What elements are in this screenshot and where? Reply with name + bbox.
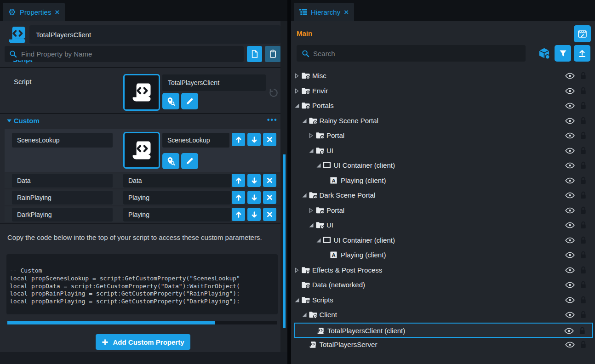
copy-properties-button[interactable] (247, 46, 262, 62)
reset-icon[interactable] (269, 88, 279, 98)
object-cube-icon[interactable] (538, 47, 551, 60)
lock-icon[interactable] (580, 117, 586, 125)
delete-property-button[interactable] (263, 191, 276, 204)
move-up-button[interactable] (232, 133, 245, 146)
eye-icon[interactable] (565, 252, 575, 258)
tree-row[interactable]: A Playing (client) (294, 173, 593, 188)
lock-icon[interactable] (579, 327, 585, 335)
property-value-field[interactable]: ScenesLookup (162, 133, 229, 148)
delete-property-button[interactable] (263, 133, 276, 146)
property-name-field[interactable]: Data (12, 174, 113, 188)
horizontal-scrollbar-track[interactable] (7, 321, 277, 324)
expander-icon[interactable] (302, 312, 307, 318)
vertical-scrollbar-thumb[interactable] (283, 154, 286, 328)
expander-icon[interactable] (294, 297, 300, 303)
eye-icon[interactable] (565, 312, 575, 318)
tree-row[interactable]: UI Container (client) (294, 233, 593, 248)
collapse-triangle-icon[interactable] (7, 119, 11, 122)
lock-icon[interactable] (580, 161, 586, 169)
eye-icon[interactable] (565, 73, 575, 79)
move-down-button[interactable] (247, 133, 261, 146)
tree-row[interactable]: Misc (294, 68, 593, 84)
script-asset-thumbnail[interactable] (123, 74, 160, 111)
eye-icon[interactable] (565, 102, 575, 109)
code-block[interactable]: -- Custom local propScenesLookup = scrip… (6, 254, 278, 314)
lock-icon[interactable] (580, 266, 586, 274)
move-up-button[interactable] (232, 174, 245, 187)
tree-row[interactable]: Portals (294, 98, 593, 114)
panel-divider[interactable] (287, 0, 291, 364)
find-asset-button[interactable] (162, 153, 179, 169)
eye-icon[interactable] (565, 148, 575, 154)
expander-icon[interactable] (309, 222, 314, 228)
eye-icon[interactable] (565, 222, 575, 228)
eye-icon[interactable] (565, 118, 575, 124)
tree-row[interactable]: Portal (294, 128, 593, 143)
tree-row[interactable]: Scripts (294, 293, 593, 308)
expander-icon[interactable] (316, 163, 321, 168)
move-up-button[interactable] (232, 191, 245, 204)
lock-icon[interactable] (580, 72, 586, 80)
filter-button[interactable] (555, 45, 571, 62)
eye-icon[interactable] (565, 207, 575, 214)
tree-row[interactable]: UI (294, 218, 593, 233)
eye-icon[interactable] (564, 328, 574, 334)
lock-icon[interactable] (580, 206, 586, 214)
move-down-button[interactable] (247, 174, 261, 187)
eye-icon[interactable] (565, 162, 575, 169)
lock-icon[interactable] (580, 251, 586, 259)
delete-property-button[interactable] (263, 174, 276, 187)
object-name-field[interactable]: TotalPlayersClient (29, 25, 280, 44)
tree-row[interactable]: Data (networked) (294, 278, 593, 293)
hierarchy-search-input[interactable] (297, 45, 526, 62)
property-name-field[interactable]: RainPlaying (12, 191, 113, 205)
asset-thumbnail[interactable] (123, 132, 160, 169)
expander-icon[interactable] (316, 238, 321, 243)
script-asset-name[interactable]: TotalPlayersClient (162, 74, 266, 91)
tab-hierarchy[interactable]: Hierarchy × (294, 3, 354, 21)
tree-row[interactable]: TotalPlayersServer (294, 337, 593, 353)
expander-icon[interactable] (294, 103, 300, 108)
property-value-field[interactable]: Playing (123, 208, 231, 222)
delete-property-button[interactable] (263, 208, 276, 221)
lock-icon[interactable] (580, 102, 586, 109)
expander-icon[interactable] (302, 118, 307, 124)
lock-icon[interactable] (580, 236, 586, 244)
property-name-field[interactable]: DarkPlaying (12, 208, 113, 222)
horizontal-scrollbar-thumb[interactable] (7, 321, 215, 324)
lock-icon[interactable] (580, 296, 586, 304)
expander-icon[interactable] (294, 73, 300, 79)
property-name-field[interactable]: ScenesLookup (12, 133, 113, 148)
lock-icon[interactable] (580, 191, 586, 199)
lock-icon[interactable] (580, 131, 586, 139)
tab-properties[interactable]: ⚙ Properties × (3, 3, 65, 21)
expander-icon[interactable] (309, 148, 314, 154)
lock-icon[interactable] (580, 311, 586, 318)
tree-row[interactable]: A Playing (client) (294, 248, 593, 263)
eye-icon[interactable] (565, 177, 575, 184)
tree-row[interactable]: Envir (294, 84, 593, 99)
expander-icon[interactable] (302, 193, 307, 198)
eye-icon[interactable] (565, 237, 575, 244)
paste-properties-button[interactable] (265, 46, 281, 62)
tree-row[interactable]: Effects & Post Process (294, 263, 593, 278)
find-property-input[interactable] (5, 46, 244, 62)
expander-icon[interactable] (309, 208, 314, 213)
lock-icon[interactable] (580, 87, 586, 95)
expander-icon[interactable] (294, 267, 300, 273)
expander-icon[interactable] (294, 88, 300, 94)
move-down-button[interactable] (247, 208, 261, 221)
move-up-button[interactable] (232, 208, 245, 221)
eye-icon[interactable] (565, 282, 575, 288)
tree-row[interactable]: UI (294, 143, 593, 159)
find-asset-button[interactable] (162, 93, 179, 109)
lock-icon[interactable] (580, 281, 586, 289)
eye-icon[interactable] (565, 192, 575, 199)
move-down-button[interactable] (247, 191, 261, 204)
close-icon[interactable]: × (55, 8, 59, 16)
tree-row[interactable]: Rainy Scene Portal (294, 114, 593, 129)
property-value-field[interactable]: Data (123, 174, 231, 188)
section-menu-icon[interactable]: ••• (267, 116, 278, 124)
lock-icon[interactable] (580, 221, 586, 229)
edit-script-button[interactable] (181, 93, 198, 109)
